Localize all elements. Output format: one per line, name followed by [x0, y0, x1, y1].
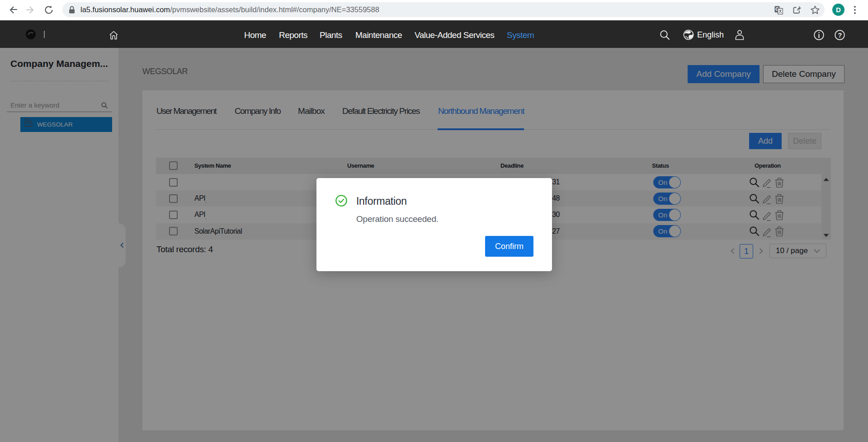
svg-text:?: ? — [838, 31, 842, 39]
